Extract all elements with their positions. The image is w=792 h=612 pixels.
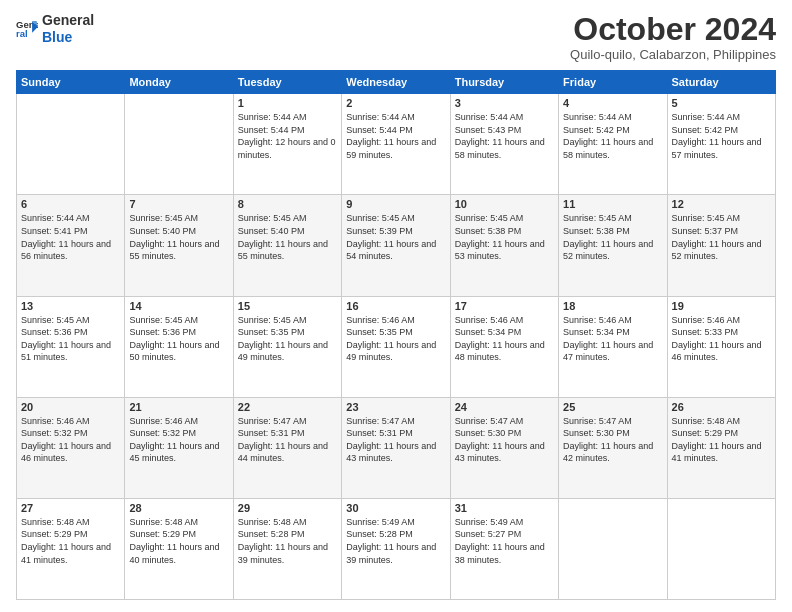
- table-row: 12Sunrise: 5:45 AMSunset: 5:37 PMDayligh…: [667, 195, 775, 296]
- subtitle: Quilo-quilo, Calabarzon, Philippines: [570, 47, 776, 62]
- day-number: 16: [346, 300, 445, 312]
- col-monday: Monday: [125, 71, 233, 94]
- day-number: 22: [238, 401, 337, 413]
- month-title: October 2024: [570, 12, 776, 47]
- day-number: 30: [346, 502, 445, 514]
- table-row: 11Sunrise: 5:45 AMSunset: 5:38 PMDayligh…: [559, 195, 667, 296]
- col-saturday: Saturday: [667, 71, 775, 94]
- day-number: 12: [672, 198, 771, 210]
- cell-info: Sunrise: 5:49 AMSunset: 5:27 PMDaylight:…: [455, 516, 554, 566]
- table-row: 2Sunrise: 5:44 AMSunset: 5:44 PMDaylight…: [342, 94, 450, 195]
- day-number: 9: [346, 198, 445, 210]
- cell-info: Sunrise: 5:45 AMSunset: 5:39 PMDaylight:…: [346, 212, 445, 262]
- cell-info: Sunrise: 5:47 AMSunset: 5:31 PMDaylight:…: [238, 415, 337, 465]
- cell-info: Sunrise: 5:45 AMSunset: 5:36 PMDaylight:…: [21, 314, 120, 364]
- calendar-week-5: 27Sunrise: 5:48 AMSunset: 5:29 PMDayligh…: [17, 498, 776, 599]
- table-row: 25Sunrise: 5:47 AMSunset: 5:30 PMDayligh…: [559, 397, 667, 498]
- page: Gene ral General Blue October 2024 Quilo…: [0, 0, 792, 612]
- day-number: 24: [455, 401, 554, 413]
- calendar-week-1: 1Sunrise: 5:44 AMSunset: 5:44 PMDaylight…: [17, 94, 776, 195]
- table-row: 17Sunrise: 5:46 AMSunset: 5:34 PMDayligh…: [450, 296, 558, 397]
- cell-info: Sunrise: 5:44 AMSunset: 5:41 PMDaylight:…: [21, 212, 120, 262]
- cell-info: Sunrise: 5:46 AMSunset: 5:35 PMDaylight:…: [346, 314, 445, 364]
- calendar-week-3: 13Sunrise: 5:45 AMSunset: 5:36 PMDayligh…: [17, 296, 776, 397]
- table-row: 31Sunrise: 5:49 AMSunset: 5:27 PMDayligh…: [450, 498, 558, 599]
- day-number: 3: [455, 97, 554, 109]
- cell-info: Sunrise: 5:45 AMSunset: 5:40 PMDaylight:…: [129, 212, 228, 262]
- table-row: [17, 94, 125, 195]
- table-row: 21Sunrise: 5:46 AMSunset: 5:32 PMDayligh…: [125, 397, 233, 498]
- day-number: 28: [129, 502, 228, 514]
- cell-info: Sunrise: 5:44 AMSunset: 5:44 PMDaylight:…: [238, 111, 337, 161]
- svg-text:ral: ral: [16, 28, 28, 39]
- table-row: 16Sunrise: 5:46 AMSunset: 5:35 PMDayligh…: [342, 296, 450, 397]
- table-row: 9Sunrise: 5:45 AMSunset: 5:39 PMDaylight…: [342, 195, 450, 296]
- calendar-week-4: 20Sunrise: 5:46 AMSunset: 5:32 PMDayligh…: [17, 397, 776, 498]
- day-number: 1: [238, 97, 337, 109]
- col-wednesday: Wednesday: [342, 71, 450, 94]
- table-row: 22Sunrise: 5:47 AMSunset: 5:31 PMDayligh…: [233, 397, 341, 498]
- table-row: 13Sunrise: 5:45 AMSunset: 5:36 PMDayligh…: [17, 296, 125, 397]
- table-row: 30Sunrise: 5:49 AMSunset: 5:28 PMDayligh…: [342, 498, 450, 599]
- day-number: 31: [455, 502, 554, 514]
- title-block: October 2024 Quilo-quilo, Calabarzon, Ph…: [570, 12, 776, 62]
- day-number: 20: [21, 401, 120, 413]
- cell-info: Sunrise: 5:44 AMSunset: 5:42 PMDaylight:…: [563, 111, 662, 161]
- table-row: 1Sunrise: 5:44 AMSunset: 5:44 PMDaylight…: [233, 94, 341, 195]
- col-sunday: Sunday: [17, 71, 125, 94]
- day-number: 19: [672, 300, 771, 312]
- day-number: 6: [21, 198, 120, 210]
- table-row: [125, 94, 233, 195]
- day-number: 7: [129, 198, 228, 210]
- table-row: 20Sunrise: 5:46 AMSunset: 5:32 PMDayligh…: [17, 397, 125, 498]
- col-friday: Friday: [559, 71, 667, 94]
- col-tuesday: Tuesday: [233, 71, 341, 94]
- table-row: 29Sunrise: 5:48 AMSunset: 5:28 PMDayligh…: [233, 498, 341, 599]
- table-row: 27Sunrise: 5:48 AMSunset: 5:29 PMDayligh…: [17, 498, 125, 599]
- day-number: 4: [563, 97, 662, 109]
- table-row: 3Sunrise: 5:44 AMSunset: 5:43 PMDaylight…: [450, 94, 558, 195]
- day-number: 13: [21, 300, 120, 312]
- cell-info: Sunrise: 5:48 AMSunset: 5:29 PMDaylight:…: [672, 415, 771, 465]
- calendar-week-2: 6Sunrise: 5:44 AMSunset: 5:41 PMDaylight…: [17, 195, 776, 296]
- table-row: 23Sunrise: 5:47 AMSunset: 5:31 PMDayligh…: [342, 397, 450, 498]
- cell-info: Sunrise: 5:44 AMSunset: 5:44 PMDaylight:…: [346, 111, 445, 161]
- day-number: 18: [563, 300, 662, 312]
- cell-info: Sunrise: 5:45 AMSunset: 5:36 PMDaylight:…: [129, 314, 228, 364]
- logo-icon: Gene ral: [16, 18, 38, 40]
- table-row: [667, 498, 775, 599]
- cell-info: Sunrise: 5:45 AMSunset: 5:40 PMDaylight:…: [238, 212, 337, 262]
- cell-info: Sunrise: 5:48 AMSunset: 5:28 PMDaylight:…: [238, 516, 337, 566]
- cell-info: Sunrise: 5:47 AMSunset: 5:30 PMDaylight:…: [455, 415, 554, 465]
- logo-text-blue: Blue: [42, 29, 94, 46]
- day-number: 15: [238, 300, 337, 312]
- table-row: 10Sunrise: 5:45 AMSunset: 5:38 PMDayligh…: [450, 195, 558, 296]
- day-number: 21: [129, 401, 228, 413]
- table-row: 28Sunrise: 5:48 AMSunset: 5:29 PMDayligh…: [125, 498, 233, 599]
- cell-info: Sunrise: 5:46 AMSunset: 5:32 PMDaylight:…: [129, 415, 228, 465]
- cell-info: Sunrise: 5:49 AMSunset: 5:28 PMDaylight:…: [346, 516, 445, 566]
- day-number: 27: [21, 502, 120, 514]
- cell-info: Sunrise: 5:44 AMSunset: 5:42 PMDaylight:…: [672, 111, 771, 161]
- table-row: [559, 498, 667, 599]
- table-row: 18Sunrise: 5:46 AMSunset: 5:34 PMDayligh…: [559, 296, 667, 397]
- col-thursday: Thursday: [450, 71, 558, 94]
- day-number: 5: [672, 97, 771, 109]
- day-number: 10: [455, 198, 554, 210]
- day-number: 17: [455, 300, 554, 312]
- calendar-header-row: Sunday Monday Tuesday Wednesday Thursday…: [17, 71, 776, 94]
- cell-info: Sunrise: 5:45 AMSunset: 5:38 PMDaylight:…: [563, 212, 662, 262]
- cell-info: Sunrise: 5:48 AMSunset: 5:29 PMDaylight:…: [129, 516, 228, 566]
- cell-info: Sunrise: 5:45 AMSunset: 5:38 PMDaylight:…: [455, 212, 554, 262]
- day-number: 2: [346, 97, 445, 109]
- table-row: 14Sunrise: 5:45 AMSunset: 5:36 PMDayligh…: [125, 296, 233, 397]
- day-number: 26: [672, 401, 771, 413]
- calendar-table: Sunday Monday Tuesday Wednesday Thursday…: [16, 70, 776, 600]
- logo-text-general: General: [42, 12, 94, 29]
- day-number: 29: [238, 502, 337, 514]
- table-row: 5Sunrise: 5:44 AMSunset: 5:42 PMDaylight…: [667, 94, 775, 195]
- cell-info: Sunrise: 5:46 AMSunset: 5:33 PMDaylight:…: [672, 314, 771, 364]
- cell-info: Sunrise: 5:47 AMSunset: 5:31 PMDaylight:…: [346, 415, 445, 465]
- cell-info: Sunrise: 5:48 AMSunset: 5:29 PMDaylight:…: [21, 516, 120, 566]
- table-row: 6Sunrise: 5:44 AMSunset: 5:41 PMDaylight…: [17, 195, 125, 296]
